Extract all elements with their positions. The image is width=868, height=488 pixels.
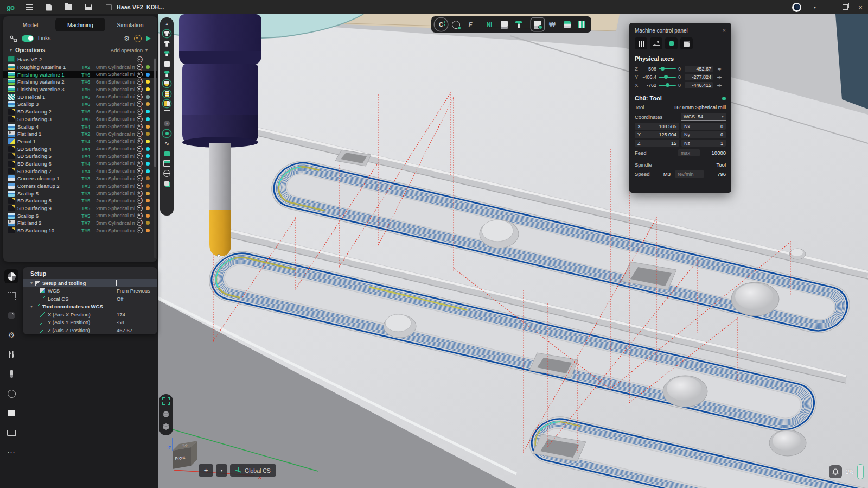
tooling-icon[interactable] (4, 367, 18, 381)
operation-row[interactable]: Scallop 5 T#3 3mm Spherical mill (3, 189, 157, 197)
tool-holder-icon[interactable] (163, 40, 171, 48)
operation-color-dot[interactable] (146, 125, 150, 129)
feature-icon[interactable]: F (464, 18, 477, 31)
layers-icon[interactable] (163, 160, 171, 167)
wireframe-icon[interactable]: ₩ (546, 18, 559, 31)
operation-row[interactable]: 5D Surfacing 2 T#6 6mm Spherical mill (3, 108, 157, 116)
document-tab-icon[interactable] (106, 4, 112, 10)
operation-color-dot[interactable] (146, 199, 150, 202)
axis-cell[interactable]: Y -125.004 (635, 131, 679, 138)
axis-z-row[interactable]: Z (Axis Z Position) 467.67 (23, 326, 157, 334)
cube-view-icon[interactable] (162, 423, 170, 433)
axis-value[interactable]: -277.824 (685, 74, 713, 80)
open-file-icon[interactable] (65, 4, 72, 10)
operation-color-dot[interactable] (146, 221, 150, 225)
operation-target-icon[interactable] (137, 213, 143, 219)
axis-slider[interactable] (659, 85, 676, 86)
operation-color-dot[interactable] (146, 169, 150, 173)
operations-header[interactable]: ▾ Operations Add operation ▾ (3, 45, 157, 55)
axes-slider-icon[interactable] (4, 347, 18, 362)
collision-icon[interactable]: × (163, 120, 171, 128)
operation-row[interactable]: Haas VF-2 (3, 56, 157, 64)
slider-knob[interactable] (666, 83, 669, 87)
speed-unit-field[interactable]: rev/min (675, 170, 704, 178)
operation-row[interactable]: Flat land 1 T#2 8mm Cylindrical mill (3, 130, 157, 138)
operation-target-icon[interactable] (137, 94, 143, 100)
fit-view-icon[interactable] (162, 397, 170, 407)
axis-value[interactable]: -452.67 (685, 66, 713, 72)
operation-target-icon[interactable] (137, 198, 143, 204)
operation-row[interactable]: 5D Surfacing 4 T#4 4mm Spherical mill (3, 145, 157, 153)
axis-step-buttons[interactable]: ◀▶ (715, 83, 724, 87)
operation-target-icon[interactable] (137, 153, 143, 159)
selection-box-icon[interactable] (4, 289, 18, 303)
cs-dropdown-button[interactable]: ▾ (216, 464, 227, 477)
menu-icon[interactable] (26, 7, 33, 8)
operation-color-dot[interactable] (146, 58, 150, 61)
mesh-sphere-icon[interactable] (163, 170, 171, 178)
operation-row[interactable]: 5D Surfacing 10 T#5 2mm Spherical mill (3, 227, 157, 235)
user-avatar[interactable] (792, 3, 801, 12)
slider-knob[interactable] (661, 67, 665, 71)
operation-color-dot[interactable] (146, 95, 150, 99)
operation-target-icon[interactable] (137, 168, 143, 174)
drill-tip-icon[interactable] (163, 80, 171, 87)
operation-target-icon[interactable] (137, 220, 143, 226)
local-cs-row[interactable]: Local CS Off (23, 295, 157, 303)
feed-unit-field[interactable]: max (678, 149, 700, 156)
toolpath-curve-icon[interactable]: ∿ (163, 140, 171, 148)
stock-box-icon[interactable] (163, 60, 171, 68)
axis-x-row[interactable]: X (Axis X Position) 174 (23, 310, 157, 319)
setup-tooling-group[interactable]: ▾ Setup and tooling (23, 279, 157, 287)
operation-row[interactable]: 5D Surfacing 5 T#4 4mm Spherical mill (3, 153, 157, 160)
operation-target-icon[interactable] (137, 64, 143, 70)
settings-gear-icon[interactable]: ⚙ (124, 35, 130, 42)
axis-step-buttons[interactable]: ◀▶ (715, 67, 724, 71)
notifications-button[interactable] (829, 465, 842, 478)
operation-row[interactable]: Roughing waterline 1 T#2 8mm Cylindrical… (3, 64, 157, 71)
operation-color-dot[interactable] (146, 132, 150, 136)
operation-target-icon[interactable] (137, 86, 143, 92)
feed-value[interactable]: 10000 (700, 150, 726, 156)
operation-color-dot[interactable] (146, 117, 150, 121)
operation-row[interactable]: 5D Surfacing 3 T#6 6mm Spherical mill (3, 116, 157, 123)
operation-target-icon[interactable] (137, 72, 143, 78)
operation-row[interactable]: 5D Surfacing 6 T#4 4mm Spherical mill (3, 160, 157, 168)
stock-plate-icon[interactable] (497, 18, 510, 31)
add-cs-button[interactable]: + (199, 464, 213, 477)
operation-color-dot[interactable] (146, 102, 150, 106)
operation-color-dot[interactable] (146, 87, 150, 91)
axis-cell[interactable]: Z 15 (635, 140, 679, 147)
operation-color-dot[interactable] (146, 176, 150, 180)
operation-color-dot[interactable] (146, 184, 150, 188)
panel-tab[interactable]: Machining (55, 18, 105, 31)
collision-check-icon[interactable]: C (435, 18, 448, 31)
operation-color-dot[interactable] (146, 110, 150, 113)
material-removal-icon[interactable] (575, 18, 588, 31)
add-operation-button[interactable]: Add operation (111, 47, 143, 53)
point-icon[interactable] (163, 130, 171, 137)
operation-color-dot[interactable] (146, 206, 150, 210)
axes-view-button[interactable] (635, 37, 647, 49)
operation-row[interactable]: 5D Surfacing 7 T#4 4mm Spherical mill (3, 167, 157, 175)
operation-target-icon[interactable] (137, 183, 143, 189)
machine-control-panel-icon[interactable] (531, 18, 544, 31)
speed-value[interactable]: 796 (704, 171, 726, 177)
operation-target-icon[interactable] (137, 131, 143, 137)
operation-target-icon[interactable] (137, 116, 143, 122)
settings-gear-icon[interactable]: ⚙ (4, 328, 18, 342)
operation-target-icon[interactable] (137, 191, 143, 197)
normal-cell[interactable]: Nz 1 (681, 140, 726, 147)
axis-value[interactable]: -446.415 (685, 82, 713, 88)
save-state-button[interactable] (680, 37, 693, 49)
panel-tab[interactable]: Model (5, 18, 55, 31)
restore-button[interactable] (838, 0, 853, 14)
operation-target-icon[interactable] (137, 227, 143, 233)
normal-cell[interactable]: Ny 0 (681, 131, 726, 138)
scrollbar-thumb[interactable] (154, 59, 156, 167)
operation-color-dot[interactable] (146, 154, 150, 158)
axis-slider[interactable] (659, 77, 676, 78)
operation-row[interactable]: Corners cleanup 2 T#3 3mm Spherical mill (3, 182, 157, 190)
operation-row[interactable]: Scallop 6 T#5 2mm Spherical mill (3, 212, 157, 219)
operation-color-dot[interactable] (146, 214, 150, 218)
